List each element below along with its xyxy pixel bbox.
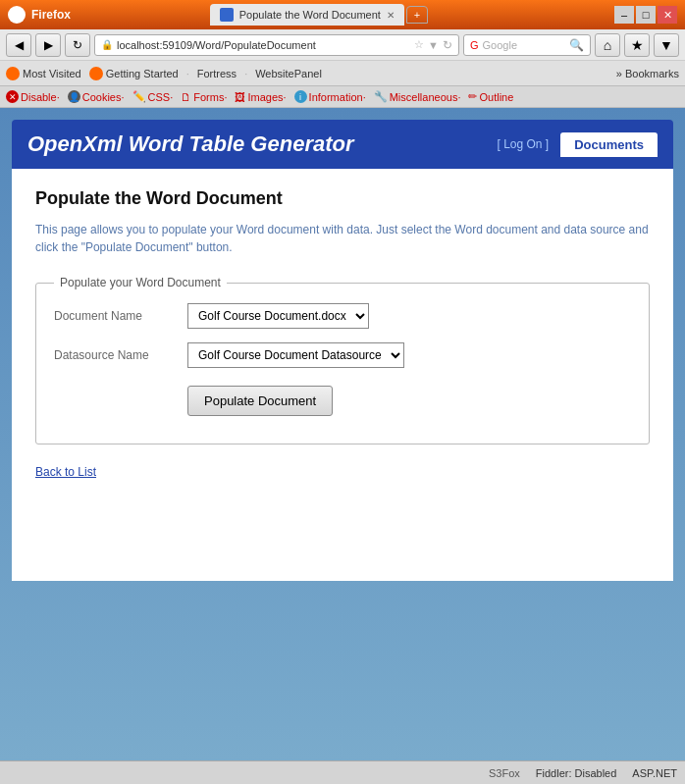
dev-label: Information· bbox=[309, 91, 366, 103]
document-name-label: Document Name bbox=[54, 309, 172, 323]
dev-label: Images· bbox=[247, 91, 286, 103]
dev-css[interactable]: ✏️ CSS· bbox=[132, 90, 174, 103]
bookmark-most-visited[interactable]: Most Visited bbox=[6, 67, 81, 80]
statusbar: S3Fox Fiddler: Disabled ASP.NET bbox=[0, 760, 685, 784]
refresh-icon[interactable]: ↻ bbox=[443, 38, 452, 52]
populate-document-button[interactable]: Populate Document bbox=[187, 386, 333, 416]
dev-cookies[interactable]: 👤 Cookies· bbox=[68, 90, 125, 103]
statusbar-right: S3Fox Fiddler: Disabled ASP.NET bbox=[489, 767, 677, 779]
log-on-link[interactable]: [ Log On ] bbox=[498, 137, 550, 151]
images-icon: 🖼 bbox=[235, 91, 245, 103]
populate-fieldset: Populate your Word Document Document Nam… bbox=[35, 276, 650, 444]
bookmark-more[interactable]: » Bookmarks bbox=[616, 68, 679, 79]
bookmark-websitepanel[interactable]: WebsitePanel bbox=[255, 68, 322, 79]
new-tab-icon: + bbox=[414, 9, 420, 21]
dev-outline[interactable]: ✏ Outline bbox=[468, 90, 513, 103]
documents-tab[interactable]: Documents bbox=[560, 132, 658, 157]
dev-label: Outline bbox=[479, 91, 513, 103]
close-button[interactable]: ✕ bbox=[658, 6, 677, 24]
tab-favicon bbox=[220, 8, 234, 22]
dev-forms[interactable]: 🗋 Forms· bbox=[181, 91, 227, 103]
app-title: OpenXml Word Table Generator bbox=[27, 131, 354, 157]
dev-label: Cookies· bbox=[82, 91, 125, 103]
bookmark-label: Getting Started bbox=[106, 68, 179, 79]
datasource-name-label: Datasource Name bbox=[54, 348, 172, 362]
bookmarks-bar: Most Visited Getting Started · Fortress … bbox=[0, 61, 685, 86]
new-tab-button[interactable]: + bbox=[406, 6, 428, 24]
dev-label: Forms· bbox=[193, 91, 227, 103]
bookmarks-button[interactable]: ★ bbox=[624, 33, 650, 57]
chevron-right-icon: » bbox=[616, 68, 622, 79]
disable-icon: ✕ bbox=[6, 90, 19, 103]
search-bar[interactable]: G Google 🔍 bbox=[463, 34, 591, 56]
status-s3fox: S3Fox bbox=[489, 767, 520, 779]
bookmark-label: WebsitePanel bbox=[255, 68, 322, 79]
address-bar[interactable]: 🔒 localhost:59109/Word/PopulateDocument … bbox=[94, 34, 459, 56]
status-aspnet: ASP.NET bbox=[632, 767, 677, 779]
dev-toolbar: ✕ Disable· 👤 Cookies· ✏️ CSS· 🗋 Forms· 🖼… bbox=[0, 86, 685, 108]
bm-separator-1: · bbox=[186, 68, 189, 79]
status-fiddler: Fiddler: Disabled bbox=[536, 767, 617, 779]
page-card: Populate the Word Document This page all… bbox=[12, 169, 673, 581]
search-icon[interactable]: 🔍 bbox=[569, 38, 584, 52]
dev-disable[interactable]: ✕ Disable· bbox=[6, 90, 60, 103]
bookmark-label: Most Visited bbox=[23, 68, 81, 79]
bookmark-getting-started[interactable]: Getting Started bbox=[89, 67, 179, 80]
bookmark-fortress[interactable]: Fortress bbox=[197, 68, 237, 79]
bookmark-star-icon[interactable]: ☆ bbox=[414, 38, 424, 51]
home-button[interactable]: ⌂ bbox=[595, 33, 620, 57]
outline-icon: ✏ bbox=[468, 90, 477, 103]
document-name-row: Document Name Golf Course Document.docx bbox=[54, 303, 631, 329]
misc-icon: 🔧 bbox=[374, 90, 388, 103]
maximize-button[interactable]: □ bbox=[636, 6, 656, 24]
dev-information[interactable]: i Information· bbox=[294, 90, 366, 103]
dev-label: Miscellaneous· bbox=[390, 91, 461, 103]
navbar: ◀ ▶ ↻ 🔒 localhost:59109/Word/PopulateDoc… bbox=[0, 29, 685, 61]
submit-row: Populate Document bbox=[54, 382, 631, 416]
forms-icon: 🗋 bbox=[181, 91, 191, 103]
tab-label: Populate the Word Document bbox=[239, 9, 381, 21]
browser-title: Firefox bbox=[31, 8, 210, 22]
bookmark-label: Fortress bbox=[197, 68, 237, 79]
app-header: OpenXml Word Table Generator [ Log On ] … bbox=[12, 120, 673, 169]
datasource-name-row: Datasource Name Golf Course Document Dat… bbox=[54, 342, 631, 368]
close-tab-icon[interactable]: ✕ bbox=[387, 10, 395, 21]
dev-label: CSS· bbox=[148, 91, 174, 103]
header-right: [ Log On ] Documents bbox=[498, 132, 659, 157]
window-controls: – □ ✕ bbox=[614, 6, 677, 24]
reload-button[interactable]: ↻ bbox=[65, 33, 90, 57]
page-heading: Populate the Word Document bbox=[35, 188, 650, 209]
forward-button[interactable]: ▶ bbox=[35, 33, 61, 57]
browser-tab-active[interactable]: Populate the Word Document ✕ bbox=[210, 4, 404, 26]
address-text: localhost:59109/Word/PopulateDocument bbox=[117, 39, 410, 51]
back-button[interactable]: ◀ bbox=[6, 33, 31, 57]
history-icon[interactable]: ▼ bbox=[428, 39, 439, 51]
main-content: OpenXml Word Table Generator [ Log On ] … bbox=[0, 108, 685, 760]
page-icon: 🔒 bbox=[101, 39, 113, 50]
info-icon: i bbox=[294, 90, 307, 103]
search-engine-icon: G bbox=[470, 39, 479, 51]
menu-button[interactable]: ▼ bbox=[654, 33, 679, 57]
dev-miscellaneous[interactable]: 🔧 Miscellaneous· bbox=[374, 90, 461, 103]
datasource-name-select[interactable]: Golf Course Document Datasource bbox=[187, 342, 404, 368]
document-name-select[interactable]: Golf Course Document.docx bbox=[187, 303, 369, 329]
titlebar: Firefox Populate the Word Document ✕ + –… bbox=[0, 0, 685, 29]
firefox-logo bbox=[8, 6, 26, 24]
getting-started-icon bbox=[89, 67, 103, 80]
back-to-list-link[interactable]: Back to List bbox=[35, 465, 96, 479]
dev-label: Disable· bbox=[21, 91, 60, 103]
minimize-button[interactable]: – bbox=[614, 6, 634, 24]
fieldset-legend: Populate your Word Document bbox=[54, 276, 227, 289]
dev-images[interactable]: 🖼 Images· bbox=[235, 91, 286, 103]
bm-separator-2: · bbox=[244, 68, 247, 79]
cookies-icon: 👤 bbox=[68, 90, 80, 103]
bookmark-label: Bookmarks bbox=[625, 68, 679, 79]
search-placeholder: Google bbox=[483, 39, 565, 51]
page-description: This page allows you to populate your Wo… bbox=[35, 221, 650, 256]
css-icon: ✏️ bbox=[132, 90, 146, 103]
most-visited-icon bbox=[6, 67, 20, 80]
